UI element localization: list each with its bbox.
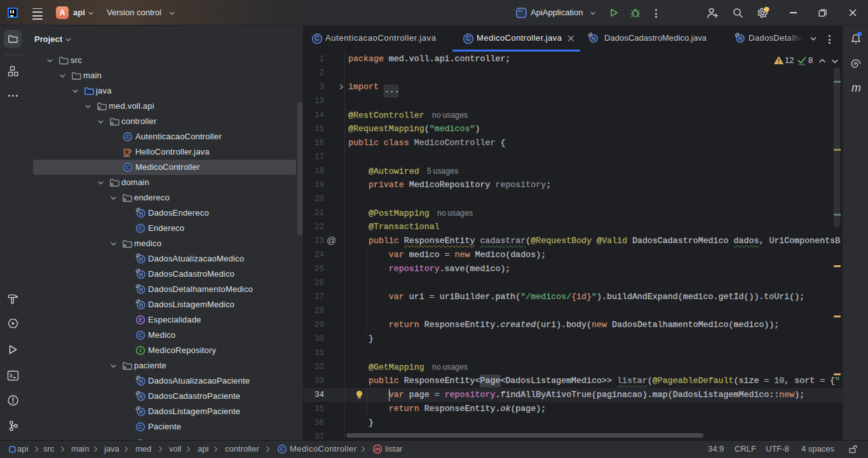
svg-text:C: C: [126, 164, 130, 170]
svg-text:R: R: [139, 394, 144, 400]
svg-text:E: E: [139, 317, 142, 323]
svg-text:C: C: [280, 446, 285, 452]
svg-text:R: R: [738, 36, 743, 42]
svg-text:R: R: [592, 36, 596, 42]
svg-text:C: C: [139, 225, 143, 232]
svg-text:C: C: [139, 424, 143, 430]
svg-text:R: R: [139, 256, 144, 263]
svg-text:C: C: [139, 332, 143, 338]
svg-text:C: C: [466, 35, 471, 42]
svg-text:R: R: [139, 378, 144, 385]
svg-text:R: R: [139, 272, 144, 278]
svg-text:C: C: [315, 35, 320, 42]
svg-text:C: C: [126, 134, 130, 140]
svg-text:R: R: [139, 302, 144, 309]
svg-text:R: R: [139, 409, 144, 415]
svg-text:m: m: [375, 446, 380, 452]
svg-text:I: I: [140, 347, 142, 354]
svg-text:R: R: [139, 287, 144, 293]
svg-text:R: R: [139, 211, 144, 217]
